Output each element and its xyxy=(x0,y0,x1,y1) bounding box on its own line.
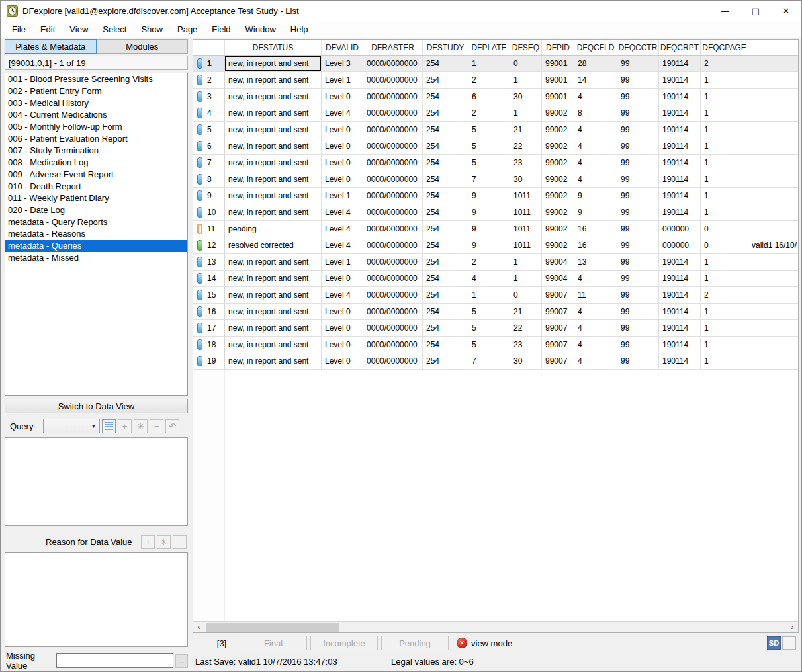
cell-qcpage[interactable]: 1 xyxy=(701,89,748,105)
cell-extra[interactable]: valid1 16/10/ xyxy=(748,237,798,253)
cell-study[interactable]: 254 xyxy=(423,271,468,286)
cell-status[interactable]: resolved corrected xyxy=(225,237,322,253)
cell-qcfld[interactable]: 4 xyxy=(574,337,617,353)
cell-extra[interactable] xyxy=(748,72,798,88)
cell-plate[interactable]: 7 xyxy=(468,171,510,187)
cell-seq[interactable]: 0 xyxy=(510,56,542,71)
cell-qcrpt[interactable]: 190114 xyxy=(659,56,701,71)
cell-qcpage[interactable]: 0 xyxy=(701,237,748,253)
cell-qcctr[interactable]: 99 xyxy=(617,287,659,303)
reason-remove-button[interactable]: − xyxy=(173,535,187,549)
cell-qcfld[interactable]: 28 xyxy=(574,56,617,71)
sd-button[interactable]: SD xyxy=(767,636,781,650)
cell-seq[interactable]: 1 xyxy=(510,254,542,270)
cell-pid[interactable]: 99001 xyxy=(542,72,574,88)
tab-plates-metadata[interactable]: Plates & Metadata xyxy=(5,39,97,54)
cell-qcfld[interactable]: 4 xyxy=(574,304,617,319)
cell-study[interactable]: 254 xyxy=(423,221,468,237)
query-textarea[interactable] xyxy=(5,437,188,526)
menu-field[interactable]: Field xyxy=(204,21,238,38)
cell-qcrpt[interactable]: 190114 xyxy=(659,138,701,154)
cell-extra[interactable] xyxy=(748,155,798,171)
list-item[interactable]: 010 - Death Report xyxy=(5,181,187,192)
row-header[interactable]: 7 xyxy=(193,155,225,171)
cell-qcctr[interactable]: 99 xyxy=(617,237,659,253)
cell-study[interactable]: 254 xyxy=(423,320,468,336)
column-header-dfplate[interactable]: DFPLATE xyxy=(468,40,510,55)
cell-raster[interactable]: 0000/0000000 xyxy=(363,237,423,253)
cell-qcpage[interactable]: 1 xyxy=(701,72,748,88)
cell-qcfld[interactable]: 16 xyxy=(574,237,617,253)
row-header[interactable]: 10 xyxy=(193,204,225,220)
cell-study[interactable]: 254 xyxy=(423,56,468,71)
cell-plate[interactable]: 5 xyxy=(468,337,510,353)
cell-status[interactable]: new, in report and sent xyxy=(225,138,322,154)
cell-plate[interactable]: 9 xyxy=(468,237,510,253)
column-header-dfqcfld[interactable]: DFQCFLD xyxy=(574,40,617,55)
cell-qcctr[interactable]: 99 xyxy=(617,254,659,270)
cell-qcpage[interactable]: 1 xyxy=(701,337,748,353)
cell-qcctr[interactable]: 99 xyxy=(617,138,659,154)
cell-plate[interactable]: 5 xyxy=(468,155,510,171)
query-undo-button[interactable]: ↶ xyxy=(165,419,179,433)
cell-valid[interactable]: Level 0 xyxy=(322,304,363,319)
query-remove-button[interactable]: − xyxy=(150,419,163,433)
cell-valid[interactable]: Level 4 xyxy=(322,105,363,121)
table-row[interactable]: 1new, in report and sentLevel 30000/0000… xyxy=(193,56,798,72)
row-header[interactable]: 3 xyxy=(193,89,225,105)
cell-raster[interactable]: 0000/0000000 xyxy=(363,72,423,88)
cell-seq[interactable]: 21 xyxy=(510,304,542,319)
table-row[interactable]: 17new, in report and sentLevel 00000/000… xyxy=(193,320,798,337)
cell-pid[interactable]: 99002 xyxy=(542,204,574,220)
cell-pid[interactable]: 99002 xyxy=(542,221,574,237)
table-row[interactable]: 6new, in report and sentLevel 00000/0000… xyxy=(193,138,798,155)
table-row[interactable]: 10new, in report and sentLevel 40000/000… xyxy=(193,204,798,221)
menu-help[interactable]: Help xyxy=(283,21,316,38)
cell-status[interactable]: pending xyxy=(225,221,322,237)
cell-seq[interactable]: 22 xyxy=(510,320,542,336)
cell-plate[interactable]: 9 xyxy=(468,204,510,220)
cell-pid[interactable]: 99002 xyxy=(542,237,574,253)
cell-status[interactable]: new, in report and sent xyxy=(225,89,322,105)
row-header[interactable]: 5 xyxy=(193,122,225,138)
cell-pid[interactable]: 99002 xyxy=(542,122,574,138)
cell-raster[interactable]: 0000/0000000 xyxy=(363,254,423,270)
cell-extra[interactable] xyxy=(748,254,798,270)
cell-pid[interactable]: 99004 xyxy=(542,271,574,286)
cell-extra[interactable] xyxy=(748,171,798,187)
cell-qcctr[interactable]: 99 xyxy=(617,353,659,369)
cell-status[interactable]: new, in report and sent xyxy=(225,122,322,138)
cell-plate[interactable]: 9 xyxy=(468,221,510,237)
menu-file[interactable]: File xyxy=(5,21,33,38)
cell-valid[interactable]: Level 4 xyxy=(322,221,363,237)
cell-extra[interactable] xyxy=(748,320,798,336)
cell-qcrpt[interactable]: 190114 xyxy=(659,353,701,369)
cell-valid[interactable]: Level 0 xyxy=(322,138,363,154)
cell-study[interactable]: 254 xyxy=(423,188,468,204)
cell-qcctr[interactable]: 99 xyxy=(617,155,659,171)
cell-plate[interactable]: 5 xyxy=(468,122,510,138)
cell-qcctr[interactable]: 99 xyxy=(617,221,659,237)
table-row[interactable]: 14new, in report and sentLevel 00000/000… xyxy=(193,271,798,287)
cell-qcpage[interactable]: 0 xyxy=(701,221,748,237)
cell-qcpage[interactable]: 2 xyxy=(701,287,748,303)
blank-toggle-button[interactable] xyxy=(782,636,796,650)
cell-qcrpt[interactable]: 190114 xyxy=(659,72,701,88)
cell-raster[interactable]: 0000/0000000 xyxy=(363,155,423,171)
cell-qcfld[interactable]: 4 xyxy=(574,353,617,369)
cell-study[interactable]: 254 xyxy=(423,155,468,171)
reason-textarea[interactable] xyxy=(5,552,188,647)
list-item[interactable]: 009 - Adverse Event Report xyxy=(5,169,187,181)
table-row[interactable]: 8new, in report and sentLevel 00000/0000… xyxy=(193,171,798,188)
cell-raster[interactable]: 0000/0000000 xyxy=(363,138,423,154)
cell-extra[interactable] xyxy=(748,105,798,121)
cell-seq[interactable]: 0 xyxy=(510,287,542,303)
table-row[interactable]: 11pendingLevel 40000/0000000254910119900… xyxy=(193,221,798,237)
column-header-dfqcrpt[interactable]: DFQCRPT xyxy=(659,40,701,55)
cell-qcfld[interactable]: 14 xyxy=(574,72,617,88)
cell-pid[interactable]: 99007 xyxy=(542,353,574,369)
cell-valid[interactable]: Level 0 xyxy=(322,337,363,353)
list-item[interactable]: 003 - Medical History xyxy=(5,97,187,109)
cell-extra[interactable] xyxy=(748,337,798,353)
cell-qcpage[interactable]: 1 xyxy=(701,188,748,204)
